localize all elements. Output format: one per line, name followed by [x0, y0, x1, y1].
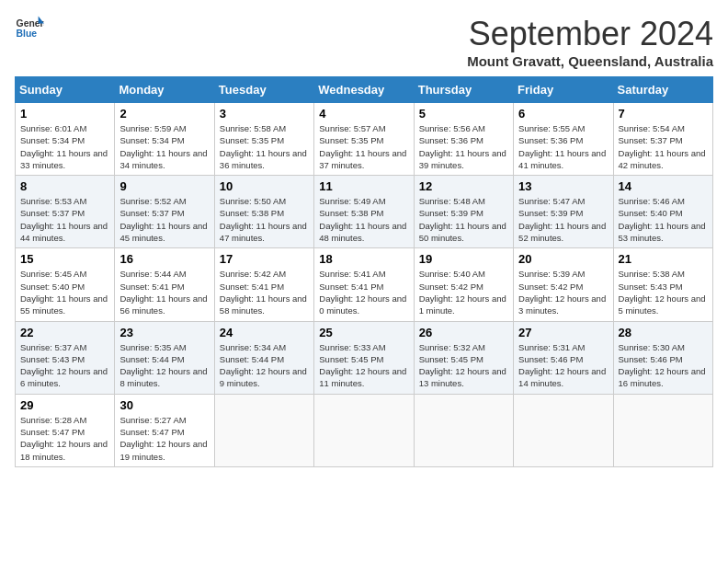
calendar-cell: 14Sunrise: 5:46 AMSunset: 5:40 PMDayligh… [613, 176, 712, 248]
day-info: Sunrise: 5:48 AMSunset: 5:39 PMDaylight:… [419, 195, 508, 244]
day-info: Sunrise: 5:57 AMSunset: 5:35 PMDaylight:… [319, 122, 408, 171]
day-number: 1 [20, 107, 109, 121]
day-number: 8 [20, 179, 109, 193]
month-title: September 2024 [467, 15, 713, 53]
day-number: 20 [518, 252, 608, 266]
day-info: Sunrise: 5:42 AMSunset: 5:41 PMDaylight:… [220, 268, 309, 316]
day-number: 22 [20, 326, 109, 339]
calendar-week-5: 29Sunrise: 5:28 AMSunset: 5:47 PMDayligh… [16, 394, 713, 466]
calendar-cell: 17Sunrise: 5:42 AMSunset: 5:41 PMDayligh… [214, 248, 313, 321]
day-number: 16 [119, 252, 209, 266]
day-number: 23 [119, 326, 209, 339]
day-number: 13 [518, 179, 608, 193]
weekday-header-tuesday: Tuesday [214, 77, 313, 103]
day-info: Sunrise: 5:52 AMSunset: 5:37 PMDaylight:… [119, 195, 209, 244]
title-block: September 2024 Mount Gravatt, Queensland… [467, 15, 713, 69]
day-number: 3 [220, 107, 309, 121]
day-number: 30 [119, 398, 209, 412]
day-number: 10 [220, 179, 309, 193]
calendar-week-2: 8Sunrise: 5:53 AMSunset: 5:37 PMDaylight… [16, 176, 713, 248]
calendar-cell: 16Sunrise: 5:44 AMSunset: 5:41 PMDayligh… [115, 248, 214, 321]
day-number: 21 [619, 252, 708, 266]
location-title: Mount Gravatt, Queensland, Australia [467, 53, 713, 69]
day-info: Sunrise: 5:33 AMSunset: 5:45 PMDaylight:… [319, 341, 408, 390]
day-info: Sunrise: 5:27 AMSunset: 5:47 PMDaylight:… [119, 414, 209, 463]
day-number: 2 [119, 107, 209, 121]
day-info: Sunrise: 5:47 AMSunset: 5:39 PMDaylight:… [518, 195, 608, 244]
logo: General Blue [15, 15, 44, 40]
calendar-week-3: 15Sunrise: 5:45 AMSunset: 5:40 PMDayligh… [16, 248, 713, 321]
day-info: Sunrise: 5:40 AMSunset: 5:42 PMDaylight:… [419, 268, 508, 316]
calendar-cell: 3Sunrise: 5:58 AMSunset: 5:35 PMDaylight… [214, 103, 313, 176]
day-info: Sunrise: 6:01 AMSunset: 5:34 PMDaylight:… [20, 122, 109, 171]
day-number: 4 [319, 107, 408, 121]
calendar-cell: 10Sunrise: 5:50 AMSunset: 5:38 PMDayligh… [214, 176, 313, 248]
calendar-cell [414, 394, 513, 466]
calendar-cell [214, 394, 313, 466]
page-header: General Blue September 2024 Mount Gravat… [15, 15, 713, 69]
calendar-cell [514, 394, 613, 466]
calendar-cell [314, 394, 414, 466]
day-info: Sunrise: 5:32 AMSunset: 5:45 PMDaylight:… [419, 341, 508, 390]
day-info: Sunrise: 5:34 AMSunset: 5:44 PMDaylight:… [220, 341, 309, 390]
calendar-cell: 30Sunrise: 5:27 AMSunset: 5:47 PMDayligh… [115, 394, 214, 466]
day-number: 11 [319, 179, 408, 193]
weekday-header-row: SundayMondayTuesdayWednesdayThursdayFrid… [16, 77, 713, 103]
day-number: 18 [319, 252, 408, 266]
weekday-header-saturday: Saturday [613, 77, 712, 103]
calendar-cell: 27Sunrise: 5:31 AMSunset: 5:46 PMDayligh… [514, 321, 613, 394]
day-info: Sunrise: 5:37 AMSunset: 5:43 PMDaylight:… [20, 341, 109, 390]
calendar-cell: 24Sunrise: 5:34 AMSunset: 5:44 PMDayligh… [214, 321, 313, 394]
calendar-cell: 29Sunrise: 5:28 AMSunset: 5:47 PMDayligh… [16, 394, 115, 466]
calendar-cell: 8Sunrise: 5:53 AMSunset: 5:37 PMDaylight… [16, 176, 115, 248]
calendar-cell [613, 394, 712, 466]
calendar-cell: 5Sunrise: 5:56 AMSunset: 5:36 PMDaylight… [414, 103, 513, 176]
day-info: Sunrise: 5:45 AMSunset: 5:40 PMDaylight:… [20, 268, 109, 316]
day-number: 9 [119, 179, 209, 193]
calendar-cell: 6Sunrise: 5:55 AMSunset: 5:36 PMDaylight… [514, 103, 613, 176]
calendar-cell: 13Sunrise: 5:47 AMSunset: 5:39 PMDayligh… [514, 176, 613, 248]
calendar-cell: 7Sunrise: 5:54 AMSunset: 5:37 PMDaylight… [613, 103, 712, 176]
calendar-cell: 1Sunrise: 6:01 AMSunset: 5:34 PMDaylight… [16, 103, 115, 176]
day-number: 5 [419, 107, 508, 121]
calendar-cell: 4Sunrise: 5:57 AMSunset: 5:35 PMDaylight… [314, 103, 414, 176]
day-number: 19 [419, 252, 508, 266]
calendar-cell: 15Sunrise: 5:45 AMSunset: 5:40 PMDayligh… [16, 248, 115, 321]
day-number: 17 [220, 252, 309, 266]
day-number: 12 [419, 179, 508, 193]
weekday-header-friday: Friday [514, 77, 613, 103]
day-info: Sunrise: 5:38 AMSunset: 5:43 PMDaylight:… [619, 268, 708, 316]
day-info: Sunrise: 5:46 AMSunset: 5:40 PMDaylight:… [619, 195, 708, 244]
day-number: 7 [619, 107, 708, 121]
day-info: Sunrise: 5:28 AMSunset: 5:47 PMDaylight:… [20, 414, 109, 463]
day-info: Sunrise: 5:41 AMSunset: 5:41 PMDaylight:… [319, 268, 408, 316]
calendar-cell: 28Sunrise: 5:30 AMSunset: 5:46 PMDayligh… [613, 321, 712, 394]
weekday-header-thursday: Thursday [414, 77, 513, 103]
day-number: 28 [619, 326, 708, 339]
day-number: 14 [619, 179, 708, 193]
day-info: Sunrise: 5:35 AMSunset: 5:44 PMDaylight:… [119, 341, 209, 390]
day-number: 26 [419, 326, 508, 339]
calendar-week-4: 22Sunrise: 5:37 AMSunset: 5:43 PMDayligh… [16, 321, 713, 394]
calendar-cell: 11Sunrise: 5:49 AMSunset: 5:38 PMDayligh… [314, 176, 414, 248]
day-info: Sunrise: 5:30 AMSunset: 5:46 PMDaylight:… [619, 341, 708, 390]
calendar-cell: 25Sunrise: 5:33 AMSunset: 5:45 PMDayligh… [314, 321, 414, 394]
calendar-cell: 22Sunrise: 5:37 AMSunset: 5:43 PMDayligh… [16, 321, 115, 394]
day-info: Sunrise: 5:59 AMSunset: 5:34 PMDaylight:… [119, 122, 209, 171]
logo-icon: General Blue [15, 15, 44, 40]
calendar-cell: 2Sunrise: 5:59 AMSunset: 5:34 PMDaylight… [115, 103, 214, 176]
weekday-header-monday: Monday [115, 77, 214, 103]
calendar-cell: 19Sunrise: 5:40 AMSunset: 5:42 PMDayligh… [414, 248, 513, 321]
day-info: Sunrise: 5:39 AMSunset: 5:42 PMDaylight:… [518, 268, 608, 316]
weekday-header-sunday: Sunday [16, 77, 115, 103]
day-number: 29 [20, 398, 109, 412]
day-number: 15 [20, 252, 109, 266]
calendar-cell: 21Sunrise: 5:38 AMSunset: 5:43 PMDayligh… [613, 248, 712, 321]
calendar-cell: 20Sunrise: 5:39 AMSunset: 5:42 PMDayligh… [514, 248, 613, 321]
calendar-cell: 23Sunrise: 5:35 AMSunset: 5:44 PMDayligh… [115, 321, 214, 394]
day-info: Sunrise: 5:55 AMSunset: 5:36 PMDaylight:… [518, 122, 608, 171]
calendar-table: SundayMondayTuesdayWednesdayThursdayFrid… [15, 76, 713, 467]
day-info: Sunrise: 5:53 AMSunset: 5:37 PMDaylight:… [20, 195, 109, 244]
calendar-cell: 12Sunrise: 5:48 AMSunset: 5:39 PMDayligh… [414, 176, 513, 248]
day-info: Sunrise: 5:50 AMSunset: 5:38 PMDaylight:… [220, 195, 309, 244]
